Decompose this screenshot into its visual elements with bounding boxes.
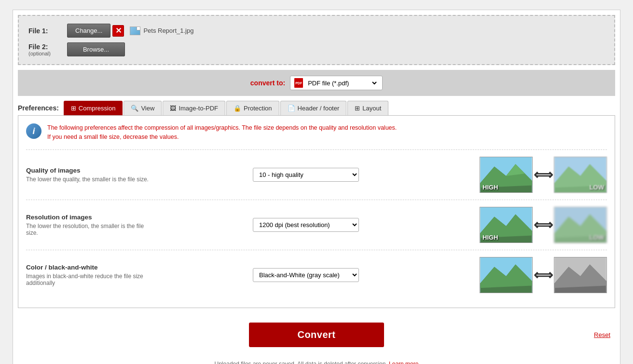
color-arrow-icon: ⟺ (534, 267, 553, 283)
quality-low-img: LOW (554, 157, 607, 193)
resolution-high-label: HIGH (482, 234, 498, 241)
color-row: Color / black-and-white Images in black-… (26, 250, 607, 300)
quality-arrow-icon: ⟺ (534, 167, 553, 183)
resolution-high-img: HIGH (480, 207, 533, 243)
image-to-pdf-tab-icon: 🖼 (170, 105, 176, 112)
change-button[interactable]: Change... (67, 24, 110, 38)
learn-more-link[interactable]: Learn more (389, 361, 418, 364)
layout-tab-icon: ⊞ (355, 105, 360, 112)
tab-compression[interactable]: ⊞ Compression (64, 101, 123, 115)
tab-view[interactable]: 🔍 View (124, 101, 162, 115)
resolution-title: Resolution of images (26, 214, 253, 221)
protection-tab-icon: 🔒 (234, 105, 241, 112)
quality-select[interactable]: 10 - high quality 9 8 7 6 5 4 3 2 1 - lo… (253, 168, 359, 182)
tab-image-to-pdf-label: Image-to-PDF (179, 105, 218, 112)
tab-image-to-pdf[interactable]: 🖼 Image-to-PDF (163, 101, 225, 115)
file1-label: File 1: (28, 27, 67, 35)
color-select-area: Black-and-White (gray scale) Color (253, 268, 480, 282)
quality-desc: The lower the quality, the smaller is th… (26, 176, 151, 183)
quality-title: Quality of images (26, 167, 253, 174)
compression-tab-icon: ⊞ (71, 105, 76, 112)
preferences-label: Preferences: (18, 104, 59, 112)
quality-row: Quality of images The lower the quality,… (26, 149, 607, 200)
tab-view-label: View (141, 105, 154, 112)
tab-layout-label: Layout (362, 105, 381, 112)
color-comparison: ⟺ (480, 257, 607, 293)
color-left: Color / black-and-white Images in black-… (26, 264, 253, 286)
resolution-select-area: 1200 dpi (best resolution) 600 dpi 300 d… (253, 218, 480, 232)
resolution-comparison: HIGH ⟺ LOW (480, 207, 607, 243)
resolution-visual: HIGH ⟺ LOW (480, 207, 607, 243)
header-footer-tab-icon: 📄 (288, 105, 295, 112)
quality-select-area: 10 - high quality 9 8 7 6 5 4 3 2 1 - lo… (253, 168, 480, 182)
tab-header-footer-label: Header / footer (298, 105, 340, 112)
color-select[interactable]: Black-and-White (gray scale) Color (253, 268, 359, 282)
tab-compression-label: Compression (79, 105, 116, 112)
preferences-section: Preferences: ⊞ Compression 🔍 View 🖼 Imag… (18, 101, 615, 308)
file2-label: File 2: (28, 43, 67, 51)
resolution-select[interactable]: 1200 dpi (best resolution) 600 dpi 300 d… (253, 218, 359, 232)
quality-comparison: HIGH ⟺ LOW (480, 157, 607, 193)
resolution-row: Resolution of images The lower the resol… (26, 200, 607, 250)
info-text: The following preferences affect the com… (47, 123, 397, 142)
reset-button[interactable]: Reset (594, 331, 610, 338)
preferences-header: Preferences: ⊞ Compression 🔍 View 🖼 Imag… (18, 101, 615, 115)
format-select[interactable]: PDF file (*.pdf) (306, 79, 378, 87)
tab-header-footer[interactable]: 📄 Header / footer (280, 101, 347, 115)
format-select-wrapper[interactable]: PDF PDF file (*.pdf) (290, 76, 383, 90)
quality-left: Quality of images The lower the quality,… (26, 167, 253, 183)
pdf-icon: PDF (294, 78, 303, 88)
delete-button[interactable]: ✕ (112, 25, 124, 37)
resolution-desc: The lower the resolution, the smaller is… (26, 223, 151, 236)
resolution-low-label: LOW (590, 234, 604, 241)
color-img (480, 257, 533, 293)
resolution-arrow-icon: ⟺ (534, 217, 553, 233)
file1-name: Pets Report_1.jpg (143, 27, 193, 34)
footer: Uploaded files are never saved. All data… (13, 357, 620, 364)
info-line1: The following preferences affect the com… (47, 123, 397, 133)
quality-high-img: HIGH (480, 157, 533, 193)
preferences-content: i The following preferences affect the c… (18, 115, 615, 308)
file1-info: Pets Report_1.jpg (130, 27, 193, 35)
tab-protection[interactable]: 🔒 Protection (226, 101, 279, 115)
quality-high-label: HIGH (482, 184, 498, 191)
view-tab-icon: 🔍 (131, 105, 138, 112)
info-line2: If you need a small file size, decrease … (47, 133, 397, 142)
tab-protection-label: Protection (244, 105, 272, 112)
color-visual: ⟺ (480, 257, 607, 293)
color-title: Color / black-and-white (26, 264, 253, 271)
info-icon: i (26, 123, 41, 139)
bw-img (554, 257, 607, 293)
quality-low-label: LOW (590, 184, 604, 191)
browse-button[interactable]: Browse... (67, 42, 125, 56)
file2-label-wrapper: File 2: (optional) (28, 43, 67, 56)
resolution-low-img: LOW (554, 207, 607, 243)
quality-visual: HIGH ⟺ LOW (480, 157, 607, 193)
convert-to-section: convert to: PDF PDF file (*.pdf) (18, 70, 615, 96)
file2-sublabel: (optional) (28, 51, 67, 56)
footer-text: Uploaded files are never saved. All data… (215, 361, 387, 364)
convert-section: Convert Reset (13, 313, 620, 357)
tab-layout[interactable]: ⊞ Layout (347, 101, 388, 115)
convert-to-label: convert to: (250, 79, 285, 87)
resolution-left: Resolution of images The lower the resol… (26, 214, 253, 236)
convert-button[interactable]: Convert (249, 323, 384, 347)
info-box: i The following preferences affect the c… (26, 123, 607, 142)
color-desc: Images in black-and-white reduce the fil… (26, 273, 151, 286)
file-type-icon (130, 27, 140, 35)
x-icon: ✕ (115, 27, 122, 35)
